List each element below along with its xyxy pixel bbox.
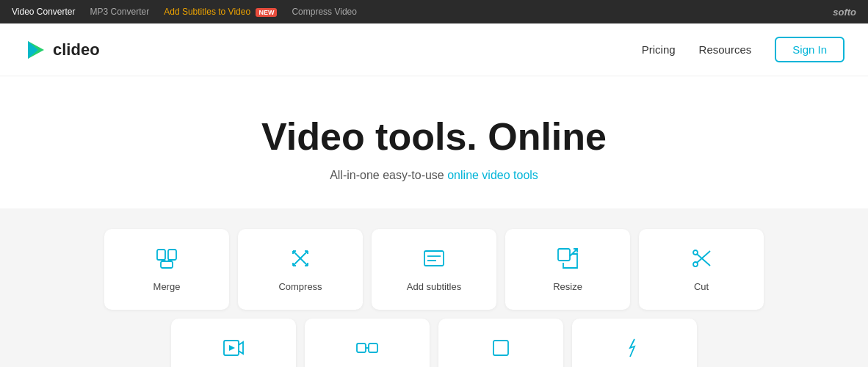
svg-rect-30 [357, 344, 366, 352]
compress-label: Compress [278, 281, 322, 292]
resize-icon [556, 247, 579, 274]
svg-rect-3 [168, 250, 176, 260]
svg-line-13 [293, 258, 300, 266]
tool-card-meme[interactable]: Meme [305, 319, 430, 367]
hero-title: Video tools. Online [15, 115, 853, 159]
new-badge: NEW [256, 8, 277, 17]
svg-marker-29 [229, 345, 235, 351]
signin-button[interactable]: Sign In [775, 37, 845, 62]
tool-card-resize[interactable]: Resize [505, 229, 630, 310]
logo-text: clideo [53, 40, 100, 59]
topbar-link-add-subtitles[interactable]: Add Subtitles to Video NEW [164, 7, 277, 17]
tool-card-video-maker[interactable]: Video maker [171, 319, 296, 367]
tools-row-2: Video maker Meme Crop Spee [59, 319, 809, 367]
topbar: Video Converter MP3 Converter Add Subtit… [0, 0, 868, 23]
svg-rect-22 [558, 249, 570, 261]
resources-link[interactable]: Resources [699, 43, 752, 56]
svg-line-10 [300, 251, 308, 258]
svg-rect-19 [424, 251, 444, 266]
svg-line-23 [570, 249, 577, 256]
svg-marker-1 [28, 41, 38, 59]
svg-rect-2 [157, 250, 165, 260]
tool-card-add-subtitles[interactable]: Add subtitles [372, 229, 496, 310]
add-subtitles-label: Add subtitles [407, 281, 461, 292]
topbar-links: Video Converter MP3 Converter Add Subtit… [12, 7, 357, 17]
topbar-brand: softo [833, 7, 856, 18]
compress-icon [289, 247, 312, 274]
pricing-link[interactable]: Pricing [642, 43, 676, 56]
resize-label: Resize [553, 281, 582, 292]
cut-label: Cut [694, 281, 709, 292]
tools-row-1: Merge Compress Add subtitles [59, 229, 809, 310]
videomaker-icon [222, 336, 245, 363]
merge-label: Merge [153, 281, 181, 292]
svg-point-24 [693, 262, 698, 266]
hero-section: Video tools. Online All-in-one easy-to-u… [0, 76, 868, 208]
tool-card-compress[interactable]: Compress [238, 229, 363, 310]
svg-line-7 [293, 251, 300, 258]
header: clideo Pricing Resources Sign In [0, 23, 868, 76]
tools-section: Merge Compress Add subtitles [0, 208, 868, 367]
logo-icon [23, 38, 47, 62]
cut-icon [690, 247, 713, 274]
svg-rect-31 [369, 344, 377, 352]
svg-line-16 [300, 258, 308, 266]
tool-card-crop[interactable]: Crop [438, 319, 563, 367]
logo[interactable]: clideo [23, 38, 100, 62]
topbar-link-video-converter[interactable]: Video Converter [12, 7, 76, 17]
svg-rect-4 [161, 261, 173, 268]
tool-card-speed[interactable]: Speed [572, 319, 697, 367]
meme-icon [355, 336, 379, 363]
nav-right: Pricing Resources Sign In [642, 37, 845, 62]
subtitles-icon [422, 247, 446, 274]
tool-card-merge[interactable]: Merge [104, 229, 229, 310]
merge-icon [155, 247, 178, 274]
topbar-link-mp3-converter[interactable]: MP3 Converter [90, 7, 150, 17]
svg-point-25 [693, 250, 698, 255]
hero-subtitle: All-in-one easy-to-use online video tool… [15, 169, 853, 182]
speed-icon [623, 336, 646, 363]
crop-icon [489, 336, 513, 363]
tool-card-cut[interactable]: Cut [639, 229, 764, 310]
topbar-link-compress-video[interactable]: Compress Video [292, 7, 357, 17]
svg-rect-33 [493, 341, 508, 355]
